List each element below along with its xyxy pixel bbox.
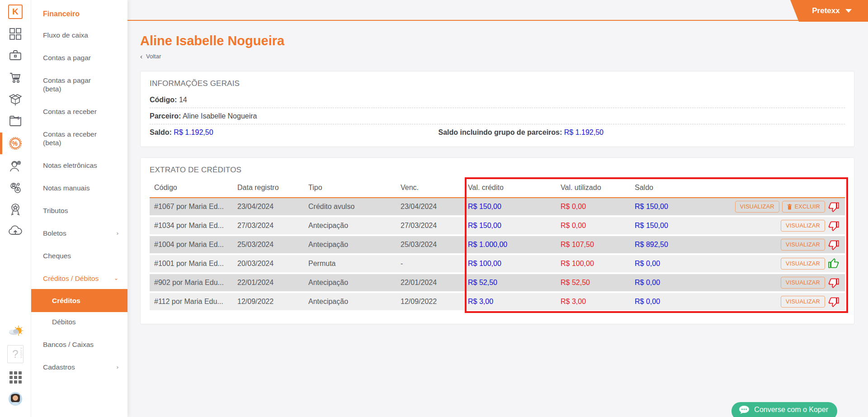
- sidebar-section-title: Financeiro: [31, 10, 127, 18]
- cell-codigo: #1034 por Maria Ed...: [150, 217, 233, 236]
- rail-credits-active[interactable]: %: [0, 136, 31, 151]
- table-row: #1001 por Maria Ed... 20/03/2024 Permuta…: [150, 255, 845, 274]
- sidebar-item-cadastros[interactable]: Cadastros ›: [31, 363, 127, 371]
- cell-val-credito: R$ 100,00: [463, 255, 556, 274]
- saldo-value: R$ 1.192,50: [174, 128, 213, 136]
- rail-financial-folder[interactable]: $: [0, 114, 31, 128]
- sidebar-item-creditos[interactable]: Créditos: [31, 289, 127, 312]
- excluir-label: EXCLUIR: [795, 204, 820, 210]
- rail-awards[interactable]: [0, 203, 31, 216]
- visualizar-button[interactable]: VISUALIZAR: [781, 239, 825, 251]
- cell-saldo: R$ 0,00: [630, 255, 705, 274]
- thumbs-up-icon[interactable]: [828, 258, 840, 270]
- cell-codigo: #1004 por Maria Ed...: [150, 236, 233, 255]
- sidebar-item-boletos[interactable]: Boletos ›: [31, 229, 127, 237]
- cell-val-utilizado: R$ 3,00: [556, 293, 630, 312]
- sidebar-item-contas-a-pagar[interactable]: Contas a pagar: [31, 53, 127, 62]
- folder-money-icon: $: [9, 114, 22, 128]
- topbar: Pretexx: [127, 0, 868, 21]
- rail-purchases[interactable]: [0, 71, 31, 84]
- sidebar-item-notas-eletronicas[interactable]: Notas eletrônicas: [31, 161, 127, 170]
- rail-apps[interactable]: [0, 371, 31, 384]
- cell-val-utilizado: R$ 52,50: [556, 274, 630, 293]
- sidebar-item-creditos-debitos[interactable]: Créditos / Débitos ⌄: [31, 274, 127, 283]
- sidebar-item-label: Créditos / Débitos: [43, 274, 99, 283]
- rail-services[interactable]: [0, 159, 31, 173]
- rail-help[interactable]: ? AJUDA: [0, 345, 31, 363]
- sidebar-item-label: Contas a pagar (beta): [43, 76, 111, 93]
- credit-table-wrap: Código Data registro Tipo Venc. Val. cré…: [150, 179, 845, 312]
- award-icon: [9, 203, 22, 216]
- cell-venc: 27/03/2024: [396, 217, 463, 236]
- cell-val-credito: R$ 150,00: [463, 217, 556, 236]
- thumbs-down-icon[interactable]: [828, 201, 840, 213]
- cell-venc: 25/03/2024: [396, 236, 463, 255]
- col-data-registro: Data registro: [233, 179, 304, 198]
- sidebar-item-contas-a-receber-beta[interactable]: Contas a receber (beta): [31, 130, 127, 147]
- general-info-card: INFORMAÇÕES GERAIS Código: 14 Parceiro: …: [140, 71, 854, 147]
- col-saldo: Saldo: [630, 179, 705, 198]
- rail-dashboard[interactable]: [0, 27, 31, 41]
- sidebar-item-contas-a-receber[interactable]: Contas a receber: [31, 107, 127, 116]
- visualizar-button[interactable]: VISUALIZAR: [781, 258, 825, 270]
- cell-data: 23/04/2024: [233, 198, 304, 217]
- sidebar-item-contas-a-pagar-beta[interactable]: Contas a pagar (beta): [31, 76, 127, 93]
- cell-saldo: R$ 150,00: [630, 217, 705, 236]
- table-row: #1004 por Maria Ed... 25/03/2024 Antecip…: [150, 236, 845, 255]
- cell-saldo: R$ 892,50: [630, 236, 705, 255]
- icon-rail: K $ %: [0, 0, 31, 417]
- rail-stock[interactable]: [0, 92, 31, 106]
- sidebar-item-notas-manuais[interactable]: Notas manuais: [31, 184, 127, 192]
- visualizar-button[interactable]: VISUALIZAR: [781, 220, 825, 232]
- codigo-row: Código: 14: [150, 92, 845, 108]
- thumbs-down-icon[interactable]: [828, 220, 840, 232]
- col-actions: [705, 179, 845, 198]
- thumbs-down-icon[interactable]: [828, 296, 840, 308]
- col-codigo: Código: [150, 179, 233, 198]
- dashboard-icon: [9, 27, 22, 41]
- visualizar-button[interactable]: VISUALIZAR: [781, 296, 825, 308]
- col-venc: Venc.: [396, 179, 463, 198]
- sidebar-item-cheques[interactable]: Cheques: [31, 251, 127, 260]
- col-tipo: Tipo: [304, 179, 396, 198]
- sidebar-item-label: Boletos: [43, 229, 66, 237]
- cell-tipo: Antecipação: [304, 293, 396, 312]
- visualizar-button[interactable]: VISUALIZAR: [735, 201, 779, 213]
- back-link[interactable]: ‹ Voltar: [140, 52, 161, 60]
- rail-business[interactable]: [0, 49, 31, 62]
- sidebar-item-label: Contas a receber (beta): [43, 130, 111, 147]
- cart-icon: [9, 71, 22, 84]
- thumbs-down-icon[interactable]: [828, 277, 840, 289]
- sidebar-item-label: Bancos / Caixas: [43, 340, 94, 349]
- parceiro-label: Parceiro:: [150, 112, 181, 120]
- k-logo-icon: K: [8, 5, 23, 19]
- cloud-upload-icon: [8, 224, 23, 238]
- rail-weather[interactable]: [0, 323, 31, 337]
- excluir-button[interactable]: EXCLUIR: [782, 201, 825, 213]
- rail-cloud[interactable]: [0, 224, 31, 238]
- chat-button[interactable]: Converse com o Koper: [731, 402, 837, 417]
- apps-grid-icon: [9, 371, 22, 384]
- cell-val-credito: R$ 1.000,00: [463, 236, 556, 255]
- sidebar-item-fluxo-de-caixa[interactable]: Fluxo de caixa: [31, 31, 127, 39]
- col-val-utilizado: Val. utilizado: [556, 179, 630, 198]
- workspace-dropdown[interactable]: Pretexx: [790, 0, 868, 22]
- cell-saldo: R$ 0,00: [630, 274, 705, 293]
- chevron-right-icon: ›: [117, 363, 118, 371]
- saldo-grupo-label: Saldo incluindo grupo de parceiros:: [439, 128, 562, 136]
- cell-data: 27/03/2024: [233, 217, 304, 236]
- cell-val-utilizado: R$ 107,50: [556, 236, 630, 255]
- sidebar-item-debitos[interactable]: Débitos: [31, 317, 127, 326]
- sidebar-item-bancos-caixas[interactable]: Bancos / Caixas: [31, 340, 127, 349]
- rail-profile[interactable]: [0, 392, 31, 406]
- thumbs-down-icon[interactable]: [828, 239, 840, 251]
- sidebar-item-label: Fluxo de caixa: [43, 31, 88, 39]
- visualizar-button[interactable]: VISUALIZAR: [781, 277, 825, 289]
- open-box-icon: [9, 92, 22, 106]
- cell-data: 12/09/2022: [233, 293, 304, 312]
- back-label: Voltar: [146, 53, 161, 60]
- saldo-grupo-value: R$ 1.192,50: [564, 128, 604, 136]
- app-logo[interactable]: K: [0, 5, 31, 19]
- rail-people[interactable]: [0, 181, 31, 194]
- sidebar-item-tributos[interactable]: Tributos: [31, 206, 127, 215]
